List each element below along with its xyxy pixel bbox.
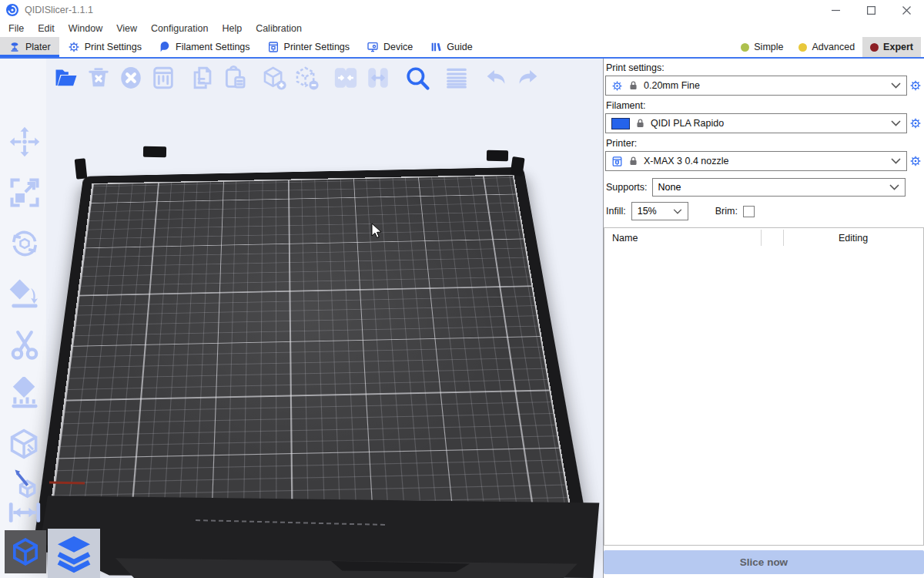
seam-painting-icon[interactable]: [6, 425, 43, 462]
menu-bar: File Edit Window View Configuration Help…: [0, 20, 924, 37]
menu-configuration[interactable]: Configuration: [144, 22, 215, 35]
menu-window[interactable]: Window: [62, 22, 109, 35]
tab-bar: Plater Print Settings Filament Settings …: [0, 37, 924, 59]
object-list[interactable]: Name Editing: [604, 227, 924, 546]
lock-icon: [635, 118, 645, 129]
menu-help[interactable]: Help: [215, 22, 249, 35]
column-editing[interactable]: Editing: [783, 233, 923, 244]
print-settings-select[interactable]: 0.20mm Fine: [605, 76, 907, 96]
column-divider: [761, 230, 762, 246]
printer-icon: [611, 156, 623, 167]
place-on-face-icon[interactable]: [6, 276, 43, 313]
preview-layers-icon: [52, 532, 95, 575]
print-bed-grid[interactable]: [49, 174, 572, 523]
chevron-down-icon: [889, 184, 899, 190]
device-monitor-icon: [367, 41, 379, 53]
chevron-down-icon: [891, 120, 901, 126]
print-settings-label: Print settings:: [606, 62, 924, 73]
title-bar: QIDISlicer-1.1.1: [0, 0, 924, 20]
measure-icon[interactable]: [6, 499, 43, 526]
supports-select[interactable]: None: [652, 178, 906, 197]
settings-panel: Print settings: 0.20mm Fine Filament: QI…: [603, 59, 924, 578]
mode-selector: Simple Advanced Expert: [733, 37, 924, 57]
infill-select[interactable]: 15%: [631, 202, 688, 220]
tab-device[interactable]: Device: [358, 37, 421, 57]
bed-clip: [510, 156, 524, 176]
supports-value: None: [658, 182, 681, 193]
printer-icon: [267, 41, 280, 53]
variable-layer-height-icon[interactable]: [441, 62, 472, 93]
search-icon[interactable]: [402, 62, 433, 93]
chevron-down-icon: [891, 158, 901, 164]
brim-label: Brim:: [715, 206, 738, 217]
menu-view[interactable]: View: [109, 22, 144, 35]
filament-value: QIDI PLA Rapido: [651, 118, 724, 129]
object-list-header: Name Editing: [604, 228, 923, 247]
app-logo-icon: [6, 4, 18, 16]
edit-print-settings-button[interactable]: [907, 79, 924, 92]
mode-simple[interactable]: Simple: [733, 37, 791, 57]
3d-viewport[interactable]: [0, 59, 603, 578]
chevron-down-icon: [891, 82, 901, 89]
paste-icon[interactable]: [219, 62, 250, 93]
mode-simple-label: Simple: [754, 42, 783, 52]
filament-select[interactable]: QIDI PLA Rapido: [605, 113, 907, 133]
mode-expert[interactable]: Expert: [862, 37, 921, 57]
editor-view-toggle[interactable]: [5, 530, 46, 573]
open-folder-icon[interactable]: [51, 62, 82, 93]
tab-printer-settings-label: Printer Settings: [284, 42, 350, 52]
tab-print-settings-label: Print Settings: [85, 42, 142, 52]
plater-toolbar: [51, 62, 545, 93]
minimize-button[interactable]: [818, 0, 853, 20]
move-icon[interactable]: [6, 123, 43, 160]
printer-select[interactable]: X-MAX 3 0.4 nozzle: [605, 151, 907, 171]
print-bed-scene: [0, 59, 603, 578]
tab-plater-label: Plater: [25, 42, 51, 52]
tab-printer-settings[interactable]: Printer Settings: [259, 37, 358, 57]
remove-instance-icon[interactable]: [291, 62, 322, 93]
menu-calibration[interactable]: Calibration: [249, 22, 309, 35]
infill-label: Infill:: [606, 206, 626, 217]
preview-view-toggle[interactable]: [48, 529, 100, 578]
close-button[interactable]: [889, 0, 924, 20]
copy-icon[interactable]: [187, 62, 218, 93]
tab-print-settings[interactable]: Print Settings: [59, 37, 150, 57]
tab-guide-label: Guide: [447, 42, 472, 52]
redo-icon[interactable]: [513, 62, 544, 93]
maximize-button[interactable]: [853, 0, 889, 20]
delete-icon[interactable]: [83, 62, 114, 93]
delete-all-icon[interactable]: [116, 62, 146, 93]
column-name[interactable]: Name: [604, 233, 638, 244]
expert-mode-dot-icon: [870, 43, 879, 52]
tab-plater[interactable]: Plater: [0, 37, 59, 57]
plater-icon: [8, 41, 21, 53]
scale-icon[interactable]: [6, 174, 43, 211]
guide-books-icon: [430, 41, 442, 53]
add-instance-icon[interactable]: [259, 62, 290, 93]
rotate-icon[interactable]: [6, 225, 43, 262]
filament-label: Filament:: [606, 100, 924, 111]
bed-clip: [75, 158, 88, 179]
slice-now-button[interactable]: Slice now: [604, 550, 924, 574]
brim-checkbox[interactable]: [743, 206, 755, 217]
paint-on-supports-icon[interactable]: [6, 375, 43, 412]
tab-filament-settings-label: Filament Settings: [176, 42, 250, 52]
supports-label: Supports:: [606, 182, 648, 193]
split-to-objects-icon[interactable]: [330, 62, 361, 93]
menu-edit[interactable]: Edit: [31, 22, 62, 35]
split-to-parts-icon[interactable]: [363, 62, 393, 93]
edit-printer-button[interactable]: [907, 155, 924, 167]
tab-device-label: Device: [383, 42, 413, 52]
cut-icon[interactable]: [6, 327, 43, 364]
filament-drop-icon: [159, 41, 171, 53]
menu-file[interactable]: File: [2, 22, 31, 35]
tab-guide[interactable]: Guide: [421, 37, 480, 57]
undo-icon[interactable]: [480, 62, 511, 93]
window-title: QIDISlicer-1.1.1: [25, 5, 93, 15]
arrange-icon[interactable]: [148, 62, 179, 93]
mode-advanced[interactable]: Advanced: [791, 37, 862, 57]
infill-value: 15%: [638, 206, 657, 217]
3d-editor-cube-icon: [10, 536, 41, 567]
edit-filament-button[interactable]: [907, 117, 924, 129]
tab-filament-settings[interactable]: Filament Settings: [150, 37, 259, 57]
